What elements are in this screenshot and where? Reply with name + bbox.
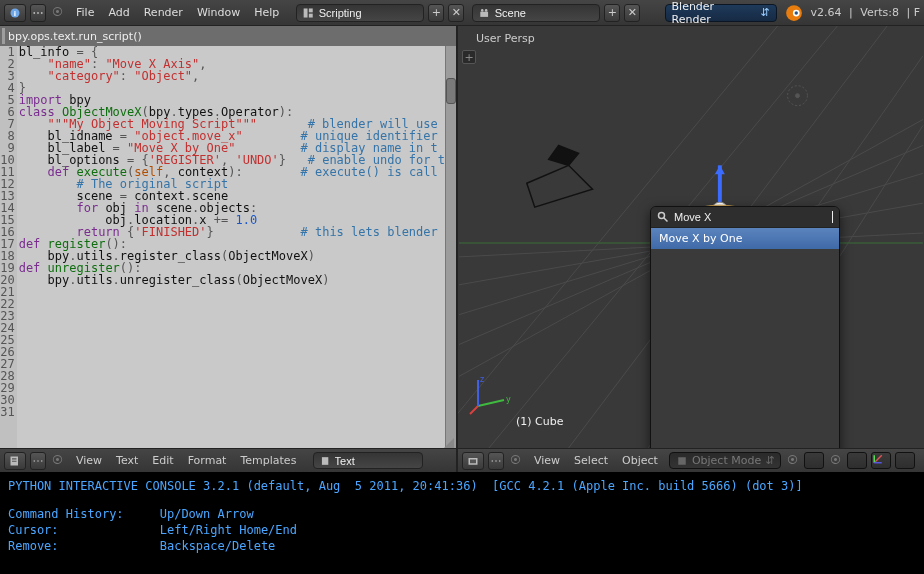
console-help-line: Command History: Up/Down Arrow xyxy=(8,506,916,522)
mode-label: Object Mode xyxy=(692,454,761,467)
search-icon xyxy=(657,211,669,223)
svg-point-3 xyxy=(37,12,39,14)
operator-search-input[interactable] xyxy=(674,211,827,223)
svg-point-18 xyxy=(34,460,36,462)
axis-gizmo-icon: y z xyxy=(468,372,512,420)
menu-file[interactable]: File xyxy=(69,6,101,19)
renderer-label: Blender Render xyxy=(672,0,756,26)
menu-window[interactable]: Window xyxy=(190,6,247,19)
menu-add[interactable]: Add xyxy=(101,6,136,19)
text-menu-edit[interactable]: Edit xyxy=(145,454,180,467)
separator: ⦿ xyxy=(50,6,65,19)
python-console[interactable]: PYTHON INTERACTIVE CONSOLE 3.2.1 (defaul… xyxy=(0,472,924,574)
stats-label: Verts:8 xyxy=(860,6,899,19)
svg-point-2 xyxy=(33,12,35,14)
layout-add-button[interactable]: + xyxy=(428,4,444,22)
svg-rect-21 xyxy=(322,457,328,465)
layers-button[interactable] xyxy=(895,452,915,469)
layout-input[interactable] xyxy=(319,7,418,19)
editor-type-icon[interactable] xyxy=(4,452,26,470)
3d-view-header: ⦿ ViewSelectObject Object Mode ⇵ ⦿ ⦿ xyxy=(458,448,924,472)
svg-line-43 xyxy=(470,406,478,414)
svg-text:z: z xyxy=(480,375,484,384)
scene-remove-button[interactable]: ✕ xyxy=(624,4,640,22)
chevron-updown-icon: ⇵ xyxy=(760,6,769,19)
svg-line-54 xyxy=(875,455,883,463)
scene-input[interactable] xyxy=(495,7,594,19)
view-menu-view[interactable]: View xyxy=(527,454,567,467)
perspective-label: User Persp xyxy=(476,32,535,45)
chevron-updown-icon: ⇵ xyxy=(765,454,774,467)
search-results-area xyxy=(651,249,839,448)
shading-button[interactable] xyxy=(804,452,824,469)
scene-add-button[interactable]: + xyxy=(604,4,620,22)
svg-text:y: y xyxy=(506,395,511,404)
svg-rect-8 xyxy=(481,11,489,16)
svg-rect-53 xyxy=(678,457,686,465)
svg-point-10 xyxy=(485,9,488,12)
code-area[interactable]: bl_info = { "name": "Move X Axis", "cate… xyxy=(17,46,445,448)
text-icon xyxy=(320,455,330,467)
info-header-icon[interactable]: i xyxy=(4,4,26,22)
text-menu-templates[interactable]: Templates xyxy=(233,454,303,467)
view-menu-select[interactable]: Select xyxy=(567,454,615,467)
mode-selector[interactable]: Object Mode ⇵ xyxy=(669,452,782,469)
collapse-menu-icon[interactable] xyxy=(30,4,46,22)
info-report-text: bpy.ops.text.run_script() xyxy=(8,30,142,43)
svg-rect-7 xyxy=(309,13,313,17)
svg-marker-33 xyxy=(527,165,593,207)
3d-viewport-pane: User Persp + xyxy=(458,26,924,472)
svg-rect-49 xyxy=(470,459,476,463)
menu-help[interactable]: Help xyxy=(247,6,286,19)
text-editor-body[interactable]: 1234567891011121314151617181920212223242… xyxy=(0,46,456,448)
scrollbar-thumb[interactable] xyxy=(446,78,456,104)
3d-viewport[interactable]: y z (1) Cube Move X by One xyxy=(458,26,924,448)
collapse-menu-icon[interactable] xyxy=(488,452,504,470)
layout-selector[interactable] xyxy=(296,4,424,22)
collapse-menu-icon[interactable] xyxy=(30,452,46,470)
console-help-line: Remove: Backspace/Delete xyxy=(8,538,916,554)
top-menu-bar: i ⦿ FileAddRenderWindowHelp + ✕ + ✕ Blen… xyxy=(0,0,924,26)
view-menu-object[interactable]: Object xyxy=(615,454,665,467)
vertical-scrollbar[interactable] xyxy=(445,46,456,448)
console-help-line: Cursor: Left/Right Home/End xyxy=(8,522,916,538)
code-line: bpy.utils.unregister_class(ObjectMoveX) xyxy=(19,274,445,286)
text-menu-view[interactable]: View xyxy=(69,454,109,467)
object-mode-icon xyxy=(676,455,688,467)
svg-rect-5 xyxy=(304,8,308,17)
separator: | xyxy=(846,6,857,19)
search-result-item[interactable]: Move X by One xyxy=(651,228,839,249)
svg-marker-34 xyxy=(549,145,579,165)
axis-icon xyxy=(872,453,884,465)
svg-marker-38 xyxy=(715,165,725,174)
svg-line-47 xyxy=(664,218,668,222)
scene-selector[interactable] xyxy=(472,4,600,22)
code-line: "category": "Object", xyxy=(19,70,445,82)
console-banner: PYTHON INTERACTIVE CONSOLE 3.2.1 (defaul… xyxy=(8,478,916,494)
svg-point-4 xyxy=(41,12,43,14)
svg-point-19 xyxy=(37,460,39,462)
split-corner-icon[interactable] xyxy=(444,438,454,448)
operator-search-popup: Move X by One xyxy=(650,206,840,448)
svg-point-20 xyxy=(41,460,43,462)
text-menu-text[interactable]: Text xyxy=(109,454,145,467)
manipulator-button[interactable] xyxy=(871,452,891,469)
code-line xyxy=(19,298,445,310)
text-menu-format[interactable]: Format xyxy=(181,454,234,467)
renderer-selector[interactable]: Blender Render ⇵ xyxy=(665,4,777,22)
code-line xyxy=(19,286,445,298)
toolshelf-toggle[interactable]: + xyxy=(462,50,476,64)
line-number-gutter: 1234567891011121314151617181920212223242… xyxy=(0,46,17,448)
info-report: bpy.ops.text.run_script() xyxy=(0,26,456,46)
svg-rect-17 xyxy=(12,461,17,462)
textblock-input[interactable] xyxy=(335,455,417,467)
textblock-selector[interactable] xyxy=(313,452,423,469)
menu-render[interactable]: Render xyxy=(137,6,190,19)
svg-line-41 xyxy=(478,400,504,406)
pivot-button[interactable] xyxy=(847,452,867,469)
text-editor-pane: bpy.ops.text.run_script() 12345678910111… xyxy=(0,26,458,472)
layout-remove-button[interactable]: ✕ xyxy=(448,4,464,22)
separator: | F xyxy=(903,6,920,19)
editor-type-icon[interactable] xyxy=(462,452,484,470)
active-object-label: (1) Cube xyxy=(516,415,563,428)
